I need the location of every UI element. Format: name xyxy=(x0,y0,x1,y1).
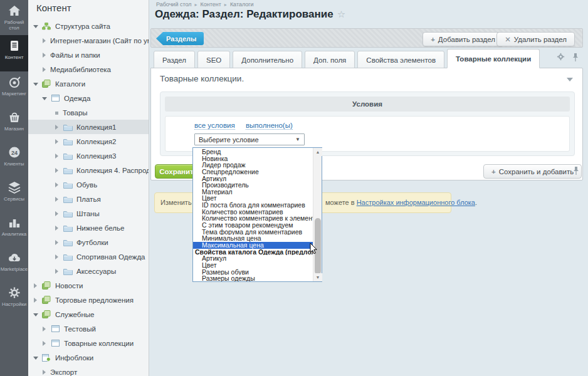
dropdown-option[interactable]: С этим товаром рекомендуем xyxy=(193,222,313,229)
tree-item[interactable]: Файлы и папки xyxy=(28,48,149,62)
chevron-right-icon[interactable] xyxy=(33,297,39,303)
save-and-add-button[interactable]: +Сохранить и добавить xyxy=(483,164,582,179)
tree-item[interactable]: Нижнее белье xyxy=(28,221,149,235)
dropdown-option[interactable]: Бренд xyxy=(193,149,313,155)
tree-item[interactable]: Интернет-магазин (Сайт по умолчан xyxy=(28,33,149,48)
tree-item[interactable]: Медиабиблиотека xyxy=(28,62,149,76)
condition-select[interactable]: Выберите условие ▼ xyxy=(194,133,305,145)
tree-item[interactable]: Экспорт xyxy=(28,365,149,376)
breadcrumb-item[interactable]: Контент xyxy=(201,1,221,8)
chevron-right-icon[interactable] xyxy=(41,52,48,58)
dropdown-option[interactable]: Артикул xyxy=(193,255,313,262)
chevron-right-icon[interactable] xyxy=(54,268,60,274)
scroll-down-icon[interactable]: ▼ xyxy=(313,273,322,281)
chevron-down-icon[interactable] xyxy=(33,311,39,318)
chevron-down-icon[interactable] xyxy=(33,23,39,29)
tree-item[interactable]: Платья xyxy=(28,192,149,206)
tab-active[interactable]: Товарные коллекции xyxy=(447,49,540,68)
chevron-right-icon[interactable] xyxy=(54,124,60,130)
dropdown-option[interactable]: Цвет xyxy=(193,195,313,202)
chevron-right-icon[interactable] xyxy=(54,239,60,246)
dropdown-option[interactable]: Количество комментариев xyxy=(193,209,313,216)
fulfilled-link[interactable]: выполнено(ы) xyxy=(246,122,293,130)
tree-item[interactable]: Обувь xyxy=(28,177,149,192)
dropdown-option[interactable]: Спецпредложение xyxy=(193,169,313,175)
tree-item[interactable]: Футболки xyxy=(28,235,149,249)
chevron-right-icon[interactable] xyxy=(41,66,48,73)
dropdown-option[interactable]: Размеры обуви xyxy=(193,269,313,276)
add-section-button[interactable]: +Добавить раздел xyxy=(423,32,503,46)
chevron-right-icon[interactable] xyxy=(54,225,60,231)
tab-2[interactable]: Дополнительно xyxy=(233,51,302,68)
pin-icon[interactable] xyxy=(572,53,579,62)
collapse-chevron-icon[interactable] xyxy=(567,78,573,81)
all-conditions-link[interactable]: все условия xyxy=(194,122,235,130)
tree-item[interactable]: Каталоги xyxy=(28,76,149,91)
chevron-down-icon[interactable] xyxy=(41,95,48,102)
tree-item[interactable]: Товары xyxy=(28,105,149,120)
breadcrumb-item[interactable]: Рабочий стол xyxy=(156,1,192,8)
dropdown-option[interactable]: Тема форума для комментариев xyxy=(193,229,313,236)
dropdown-option[interactable]: Новинка xyxy=(193,155,313,162)
tree-item[interactable]: Коллекция 4. Распродажа xyxy=(28,163,149,177)
delete-section-button[interactable]: ✕Удалить раздел xyxy=(496,32,575,46)
tree-item[interactable]: Коллекция3 xyxy=(28,149,149,163)
tree-item[interactable]: Аксессуары xyxy=(28,264,149,278)
rail-item-settings[interactable]: Настройки xyxy=(0,282,28,317)
rail-item-analytics[interactable]: Аналитика xyxy=(0,212,28,247)
tree-item[interactable]: Торговые предложения xyxy=(28,293,149,307)
chevron-down-icon[interactable] xyxy=(33,81,39,87)
chevron-right-icon[interactable] xyxy=(41,369,48,375)
tree-item[interactable]: Новости xyxy=(28,278,149,293)
rail-item-target[interactable]: Маркетинг xyxy=(0,71,28,107)
breadcrumb-item[interactable]: Каталоги xyxy=(230,1,254,8)
chevron-right-icon[interactable] xyxy=(54,153,60,159)
dropdown-option[interactable]: Лидер продаж xyxy=(193,162,313,169)
chevron-right-icon[interactable] xyxy=(41,38,48,44)
dropdown-group-label[interactable]: Свойства каталога Одежда (предложения) [… xyxy=(193,249,313,256)
chevron-right-icon[interactable] xyxy=(33,283,39,289)
dropdown-option[interactable]: Минимальная цена xyxy=(193,235,313,242)
infoblock-settings-link[interactable]: Настройках информационного блока xyxy=(357,199,475,206)
chevron-right-icon[interactable] xyxy=(54,182,60,188)
dropdown-option[interactable]: ID поста блога для комментариев xyxy=(193,202,313,209)
favorite-star-icon[interactable]: ☆ xyxy=(337,9,345,19)
chevron-right-icon[interactable] xyxy=(41,326,48,332)
tree-item[interactable]: Служебные xyxy=(28,307,149,321)
chevron-right-icon[interactable] xyxy=(54,254,60,260)
tree-item[interactable]: Коллекция1 xyxy=(28,120,149,134)
dropdown-option[interactable]: Материал xyxy=(193,189,313,196)
pin-icon[interactable] xyxy=(573,166,579,178)
dropdown-option-selected[interactable]: Максимальная цена xyxy=(193,242,313,249)
settings-gear-icon[interactable] xyxy=(557,53,565,62)
rail-item-document[interactable]: Контент xyxy=(0,35,28,71)
dropdown-scrollbar[interactable]: ▲ ▼ xyxy=(313,148,322,281)
chevron-right-icon[interactable] xyxy=(54,211,60,217)
dropdown-option[interactable]: Цвет xyxy=(193,262,313,269)
chevron-right-icon[interactable] xyxy=(54,138,60,145)
chevron-right-icon[interactable] xyxy=(54,196,60,202)
tree-item[interactable]: Одежда xyxy=(28,91,149,105)
scrollbar-thumb[interactable] xyxy=(315,218,321,274)
rail-item-home[interactable]: Рабочий стол xyxy=(0,0,28,35)
rail-item-marketplace[interactable]: Marketplace xyxy=(0,247,28,282)
rail-item-layers[interactable]: Сервисы xyxy=(0,177,28,212)
tree-item[interactable]: Товарные коллекции xyxy=(28,336,149,350)
chevron-right-icon[interactable] xyxy=(41,340,48,347)
rail-item-clients[interactable]: 24Клиенты xyxy=(0,142,28,177)
dropdown-option[interactable]: Количество комментариев к элементу xyxy=(193,215,313,222)
tab-1[interactable]: SEO xyxy=(197,51,230,68)
tree-item[interactable]: Инфоблоки xyxy=(28,350,149,365)
tree-item[interactable]: Структура сайта xyxy=(28,19,149,33)
tree-item[interactable]: Штаны xyxy=(28,206,149,221)
rail-item-basket[interactable]: Магазин xyxy=(0,107,28,142)
tab-4[interactable]: Свойства элементов xyxy=(357,51,444,68)
tree-item[interactable]: Коллекция2 xyxy=(28,134,149,149)
dropdown-option[interactable]: Производитель xyxy=(193,182,313,189)
dropdown-option[interactable]: Артикул xyxy=(193,175,313,182)
tree-item[interactable]: Спортивная Одежда xyxy=(28,249,149,264)
chevron-right-icon[interactable] xyxy=(54,167,60,174)
chevron-down-icon[interactable] xyxy=(33,355,39,361)
scroll-up-icon[interactable]: ▲ xyxy=(313,148,322,156)
tab-0[interactable]: Раздел xyxy=(154,51,195,68)
